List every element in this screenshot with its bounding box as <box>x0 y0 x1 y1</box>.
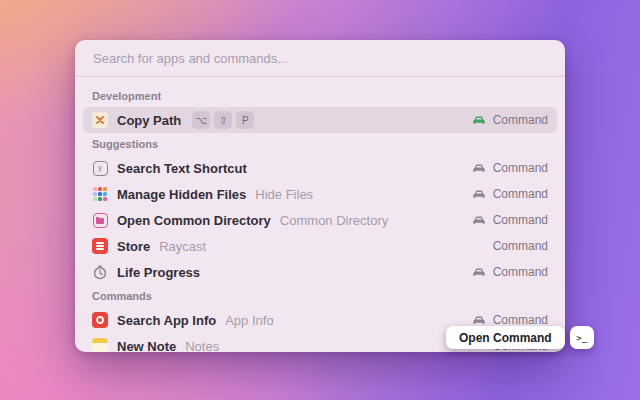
snippet-icon: y <box>92 160 108 176</box>
desktop-wallpaper: Development Copy Path ⌥ ⇧ P Command <box>0 0 640 400</box>
section-header-suggestions: Suggestions <box>83 133 557 155</box>
search-input[interactable] <box>91 50 549 67</box>
item-type-label: Command <box>493 113 548 127</box>
list-item-life-progress[interactable]: Life Progress Command <box>83 259 557 285</box>
list-item-open-common-directory[interactable]: Open Common Directory Common Directory C… <box>83 207 557 233</box>
item-title: Copy Path <box>117 113 181 128</box>
shortcut-keys: ⌥ ⇧ P <box>192 111 254 129</box>
note-icon <box>92 338 108 352</box>
store-icon <box>92 238 108 254</box>
item-type-label: Command <box>493 313 548 327</box>
item-title: Open Common Directory <box>117 213 271 228</box>
list-item-copy-path[interactable]: Copy Path ⌥ ⇧ P Command <box>83 107 557 133</box>
car-icon <box>472 163 486 174</box>
app-info-icon <box>92 312 108 328</box>
copy-path-icon <box>92 112 108 128</box>
car-icon <box>472 267 486 278</box>
list-item-manage-hidden-files[interactable]: Manage Hidden Files Hide Files Command <box>83 181 557 207</box>
car-icon <box>472 189 486 200</box>
color-grid-icon <box>92 186 108 202</box>
launcher-window: Development Copy Path ⌥ ⇧ P Command <box>75 40 565 352</box>
item-subtitle: Common Directory <box>280 213 388 228</box>
item-title: Life Progress <box>117 265 200 280</box>
directory-icon <box>92 212 108 228</box>
clock-icon <box>92 264 108 280</box>
shift-key: ⇧ <box>214 111 232 129</box>
car-icon <box>472 115 486 126</box>
terminal-prompt-icon: >_ <box>570 326 594 349</box>
item-title: Search Text Shortcut <box>117 161 247 176</box>
item-subtitle: Notes <box>185 339 219 353</box>
car-icon <box>472 215 486 226</box>
item-title: Search App Info <box>117 313 216 328</box>
open-command-button[interactable]: Open Command <box>446 326 565 349</box>
item-type-label: Command <box>493 265 548 279</box>
results-list: Development Copy Path ⌥ ⇧ P Command <box>75 77 565 352</box>
list-item-store[interactable]: Store Raycast Command <box>83 233 557 259</box>
item-title: Store <box>117 239 150 254</box>
section-header-commands: Commands <box>83 285 557 307</box>
item-type-label: Command <box>493 161 548 175</box>
item-subtitle: Hide Files <box>255 187 313 202</box>
item-type-label: Command <box>493 239 548 253</box>
item-type-label: Command <box>493 213 548 227</box>
option-key: ⌥ <box>192 111 210 129</box>
p-key: P <box>236 111 254 129</box>
search-bar <box>75 40 565 77</box>
section-header-development: Development <box>83 85 557 107</box>
open-command-hint: Open Command >_ <box>446 326 594 349</box>
item-title: New Note <box>117 339 176 353</box>
item-subtitle: Raycast <box>159 239 206 254</box>
car-icon <box>472 315 486 326</box>
item-type-label: Command <box>493 187 548 201</box>
item-title: Manage Hidden Files <box>117 187 246 202</box>
item-subtitle: App Info <box>225 313 273 328</box>
list-item-search-text-shortcut[interactable]: y Search Text Shortcut Command <box>83 155 557 181</box>
